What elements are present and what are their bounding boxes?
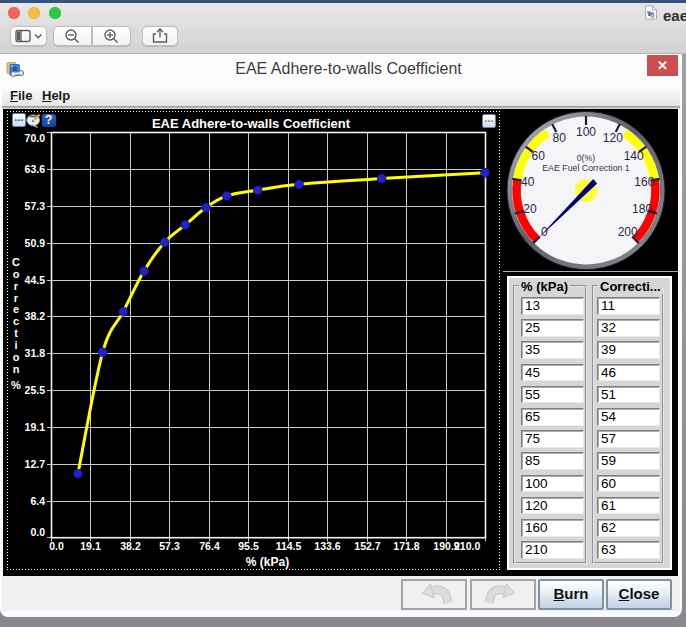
svg-text:n: n [13, 363, 20, 375]
svg-text:19.1: 19.1 [25, 421, 46, 433]
svg-text:C: C [12, 256, 20, 268]
svg-text:210.0: 210.0 [454, 540, 480, 552]
svg-text:t: t [14, 327, 18, 339]
svg-text:70.0: 70.0 [25, 132, 46, 144]
svg-text:80: 80 [553, 131, 567, 145]
svg-text:0.0: 0.0 [49, 540, 64, 552]
svg-text:160: 160 [634, 175, 654, 189]
svg-text:12.7: 12.7 [25, 458, 46, 470]
svg-text:38.2: 38.2 [120, 540, 141, 552]
svg-text:76.4: 76.4 [199, 540, 220, 552]
svg-text:200: 200 [618, 225, 638, 239]
svg-text:%: % [11, 379, 21, 391]
svg-text:r: r [14, 280, 19, 292]
svg-text:114.5: 114.5 [276, 540, 302, 552]
svg-text:EAE Fuel Correction 1: EAE Fuel Correction 1 [542, 163, 630, 173]
svg-text:EAE Adhere-to-walls Coefficien: EAE Adhere-to-walls Coefficient [152, 116, 351, 131]
svg-text:152.7: 152.7 [354, 540, 380, 552]
svg-text:31.8: 31.8 [25, 347, 46, 359]
svg-text:63.6: 63.6 [25, 163, 46, 175]
svg-text:i: i [14, 339, 17, 351]
svg-text:57.3: 57.3 [159, 540, 180, 552]
svg-text:38.2: 38.2 [25, 310, 46, 322]
svg-text:20: 20 [523, 202, 537, 216]
svg-text:e: e [13, 303, 19, 315]
svg-text:r: r [14, 292, 19, 304]
svg-text:180: 180 [632, 202, 652, 216]
svg-text:50.9: 50.9 [25, 237, 46, 249]
svg-text:60: 60 [532, 149, 546, 163]
svg-text:25.5: 25.5 [25, 384, 46, 396]
svg-text:o: o [13, 351, 20, 363]
svg-text:o: o [13, 268, 20, 280]
svg-text:44.5: 44.5 [25, 274, 46, 286]
svg-text:0(%): 0(%) [577, 153, 596, 163]
svg-text:120: 120 [603, 131, 623, 145]
svg-text:6.4: 6.4 [30, 495, 45, 507]
svg-text:95.5: 95.5 [238, 540, 259, 552]
svg-text:c: c [13, 315, 19, 327]
svg-text:40: 40 [521, 175, 535, 189]
svg-text:140: 140 [624, 149, 644, 163]
svg-text:% (kPa): % (kPa) [246, 555, 289, 569]
svg-text:19.1: 19.1 [80, 540, 101, 552]
svg-text:133.6: 133.6 [314, 540, 340, 552]
svg-text:0.0: 0.0 [30, 526, 45, 538]
svg-text:100: 100 [576, 125, 596, 139]
svg-text:57.3: 57.3 [25, 200, 46, 212]
svg-text:171.8: 171.8 [393, 540, 419, 552]
